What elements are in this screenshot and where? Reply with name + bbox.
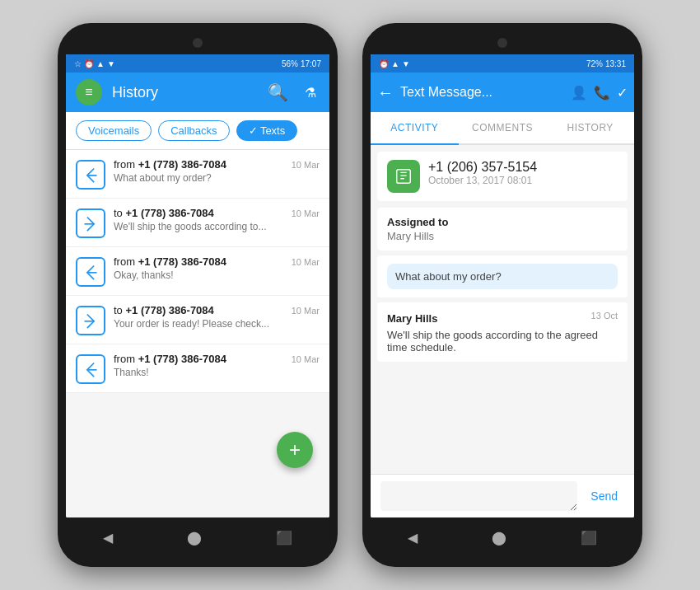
message-date: 10 Mar [292,354,320,364]
time-left: 17:07 [301,59,321,68]
call-card: +1 (206) 357-5154 October 13, 2017 08:01 [377,152,628,201]
message-from: from +1 (778) 386-7084 [114,158,226,171]
message-header: to +1 (778) 386-7084 10 Mar [114,304,320,316]
phone-button[interactable]: 📞 [594,85,610,101]
message-header: from +1 (778) 386-7084 10 Mar [114,158,320,171]
back-button[interactable]: ← [377,83,394,102]
incoming-message-text: What about my order? [387,264,618,289]
person-button[interactable]: 👤 [571,85,587,101]
spacer [371,367,634,400]
message-from: from +1 (778) 386-7084 [114,353,226,365]
page-title-left: History [112,84,254,101]
hamburger-button[interactable]: ≡ [76,79,102,105]
tab-callbacks[interactable]: Callbacks [158,120,229,141]
incoming-icon [76,160,105,190]
message-header: from +1 (778) 386-7084 10 Mar [114,353,320,365]
phone-nav-right: ◀ ⬤ ⬛ [371,522,634,552]
compose-area: Send [371,474,634,517]
tab-history[interactable]: HISTORY [546,112,634,143]
message-from: to +1 (778) 386-7084 [114,304,214,316]
camera-dot-right [497,38,507,48]
assigned-to-block: Assigned to Mary Hills [377,208,628,251]
reply-header: Mary Hills 13 Oct [387,311,618,325]
list-item[interactable]: to +1 (778) 386-7084 10 Mar We'll ship t… [66,199,329,247]
list-item[interactable]: to +1 (778) 386-7084 10 Mar Your order i… [66,296,329,344]
fab-button[interactable]: + [277,432,313,468]
app-bar-right: ← Text Message... 👤 📞 ✓ [371,73,634,112]
message-date: 10 Mar [292,257,320,267]
message-header: to +1 (778) 386-7084 10 Mar [114,207,320,219]
message-header: from +1 (778) 386-7084 10 Mar [114,255,320,268]
reply-text: We'll ship the goods according to the ag… [387,329,618,354]
page-title-right: Text Message... [400,85,564,100]
message-preview: We'll ship the goods according to... [114,221,320,232]
status-icons-left: ☆ ⏰ ▲ ▼ [74,59,115,68]
message-date: 10 Mar [292,208,320,218]
compose-input[interactable] [380,481,577,511]
incoming-icon [76,354,105,384]
reply-name: Mary Hills [387,312,437,325]
svg-rect-5 [397,170,411,184]
outgoing-icon [76,208,105,238]
message-from: from +1 (778) 386-7084 [114,255,226,268]
right-phone: ⏰ ▲ ▼ 72% 13:31 ← Text Message... 👤 📞 ✓ … [362,23,642,567]
message-list: from +1 (778) 386-7084 10 Mar What about… [66,150,329,517]
status-bar-right: ⏰ ▲ ▼ 72% 13:31 [371,54,634,73]
right-screen: ⏰ ▲ ▼ 72% 13:31 ← Text Message... 👤 📞 ✓ … [371,54,634,517]
alarm-icon: ⏰ [84,59,94,68]
back-nav-button-r[interactable]: ◀ [408,530,418,546]
message-content: to +1 (778) 386-7084 10 Mar We'll ship t… [114,207,320,232]
left-phone: ☆ ⏰ ▲ ▼ 56% 17:07 ≡ History 🔍 ⚗ Voicemai… [58,23,338,567]
detail-content: +1 (206) 357-5154 October 13, 2017 08:01… [371,145,634,474]
reply-block: Mary Hills 13 Oct We'll ship the goods a… [377,302,628,362]
bluetooth-icon: ☆ [74,59,82,68]
app-bar-left: ≡ History 🔍 ⚗ [66,73,329,112]
list-item[interactable]: from +1 (778) 386-7084 10 Mar Okay, than… [66,247,329,296]
search-button[interactable]: 🔍 [264,79,292,105]
call-icon [387,160,420,193]
tabs-row: Voicemails Callbacks ✓ Texts [66,112,329,150]
incoming-message-block: What about my order? [377,255,628,297]
home-nav-button-r[interactable]: ⬤ [492,530,506,546]
list-item[interactable]: from +1 (778) 386-7084 10 Mar Thanks! [66,344,329,393]
status-right-right: 72% 13:31 [586,59,626,68]
tab-voicemails[interactable]: Voicemails [76,120,152,141]
tab-texts[interactable]: ✓ Texts [236,120,298,141]
status-bar-left: ☆ ⏰ ▲ ▼ 56% 17:07 [66,54,329,73]
message-preview: Your order is ready! Please check... [114,318,320,330]
message-date: 10 Mar [292,306,320,316]
list-item[interactable]: from +1 (778) 386-7084 10 Mar What about… [66,150,329,199]
message-preview: Thanks! [114,367,320,378]
hamburger-icon: ≡ [85,85,92,100]
message-preview: What about my order? [114,172,320,184]
call-date: October 13, 2017 08:01 [428,175,537,186]
recents-nav-button-r[interactable]: ⬛ [581,530,597,546]
status-right-left: 56% 17:07 [282,59,321,68]
wifi-icon-r: ▲ [391,59,399,68]
message-content: from +1 (778) 386-7084 10 Mar What about… [114,158,320,184]
back-nav-button[interactable]: ◀ [103,530,113,546]
detail-tabs: ACTIVITY COMMENTS HISTORY [371,112,634,145]
tab-activity[interactable]: ACTIVITY [371,112,459,145]
camera-dot [193,38,203,48]
home-nav-button[interactable]: ⬤ [187,530,202,546]
outgoing-icon [76,306,105,335]
battery-text-left: 56% [282,59,298,68]
message-content: to +1 (778) 386-7084 10 Mar Your order i… [114,304,320,330]
left-screen: ☆ ⏰ ▲ ▼ 56% 17:07 ≡ History 🔍 ⚗ Voicemai… [66,54,329,517]
incoming-icon [76,257,105,287]
message-date: 10 Mar [292,160,320,170]
check-button[interactable]: ✓ [617,85,628,101]
reply-date: 13 Oct [591,311,618,321]
recents-nav-button[interactable]: ⬛ [276,530,292,546]
message-from: to +1 (778) 386-7084 [114,207,214,219]
wifi-icon: ▲ [96,59,105,68]
message-preview: Okay, thanks! [114,269,320,281]
send-button[interactable]: Send [584,486,624,506]
time-right: 13:31 [605,59,626,68]
assigned-value: Mary Hills [387,230,618,242]
tab-comments[interactable]: COMMENTS [459,112,547,143]
phone-nav-left: ◀ ⬤ ⬛ [66,522,329,552]
filter-button[interactable]: ⚗ [301,82,320,104]
battery-text-right: 72% [586,59,603,68]
